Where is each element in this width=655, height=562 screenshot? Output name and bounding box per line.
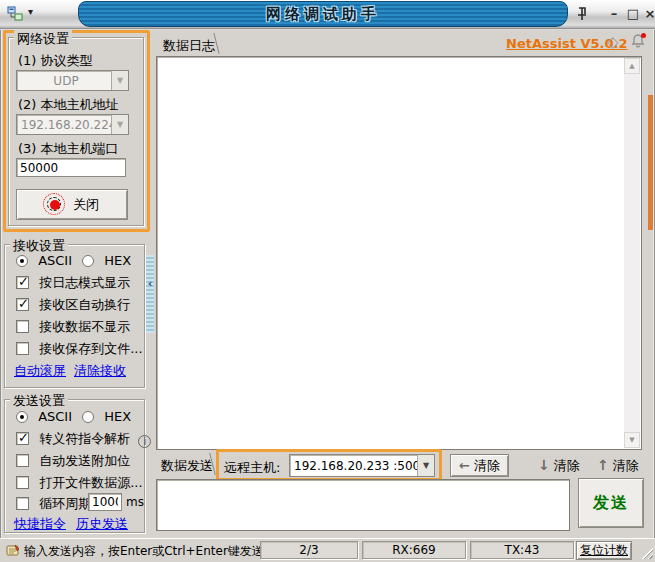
status-message: 输入发送内容，按Enter或Ctrl+Enter键发送 — [24, 543, 264, 560]
send-ascii-radio[interactable]: ASCII — [16, 409, 72, 424]
log-scrollbar[interactable]: ▲ ▼ — [624, 58, 640, 448]
remote-host-select[interactable]: 192.168.20.233 :50000 ▼ — [289, 454, 435, 477]
page-indicator-value: 2/3 — [299, 543, 318, 557]
receive-hex-label: HEX — [104, 253, 131, 268]
host-address-dropdown-icon[interactable]: ▼ — [111, 115, 128, 134]
chevron-left-icon: ‹ — [148, 277, 153, 290]
send-settings-title: 发送设置 — [10, 392, 68, 410]
checkbox-escape-parse[interactable]: 转义符指令解析 i — [16, 430, 151, 448]
host-address-value: 192.168.20.224 — [17, 118, 111, 132]
rx-counter: RX:669 — [362, 541, 466, 559]
data-log-area[interactable]: ▲ ▼ — [156, 56, 642, 450]
reset-count-button[interactable]: 复位计数 — [576, 541, 632, 560]
log-content[interactable] — [159, 59, 622, 447]
resize-grip[interactable] — [640, 546, 653, 559]
info-icon[interactable]: i — [138, 435, 151, 448]
checkbox-icon[interactable] — [16, 454, 29, 467]
checkbox-log-mode[interactable]: 按日志模式显示 — [16, 274, 130, 292]
arrow-down-icon: ↓ — [538, 457, 550, 473]
tab-data-log[interactable]: 数据日志 — [163, 37, 215, 55]
hint-icon — [5, 542, 21, 558]
clear-receive-area-button[interactable]: ↑清除 — [597, 457, 639, 475]
close-button[interactable]: × — [641, 5, 655, 23]
checkbox-auto-wrap[interactable]: 接收区自动换行 — [16, 296, 130, 314]
clear-send-button[interactable]: ← 清除 — [450, 454, 509, 477]
host-address-select[interactable]: 192.168.20.224 ▼ — [16, 114, 129, 135]
clear-receive-link[interactable]: 清除接收 — [74, 362, 126, 380]
send-hex-radio[interactable]: HEX — [82, 409, 131, 424]
checkbox-hide-received[interactable]: 接收数据不显示 — [16, 318, 130, 336]
radio-icon[interactable] — [82, 411, 94, 423]
panel-collapse-handle[interactable]: ‹ — [146, 255, 154, 333]
protocol-dropdown-icon[interactable]: ▼ — [111, 71, 128, 90]
quick-commands-link[interactable]: 快捷指令 — [14, 515, 66, 533]
reset-count-label: 复位计数 — [580, 542, 628, 559]
app-window: ▾ 网络调试助手 – □ × 网络设置 (1) 协议类型 UDP ▼ (2) 本… — [0, 0, 655, 562]
checkbox-icon[interactable] — [16, 497, 29, 510]
protocol-value: UDP — [17, 74, 111, 88]
scroll-up-icon[interactable]: ▲ — [624, 58, 640, 74]
clear-label: 清除 — [613, 458, 639, 473]
receive-ascii-radio[interactable]: ASCII — [16, 253, 72, 268]
host-port-input[interactable] — [16, 158, 126, 177]
cycle-label: 循环周期 — [39, 496, 91, 511]
diamond-icon[interactable]: ◇ — [607, 33, 619, 51]
titlebar-separator — [0, 28, 655, 30]
checkbox-icon[interactable] — [16, 476, 29, 489]
app-menu-arrow-icon[interactable]: ▾ — [28, 6, 33, 17]
checkbox-label: 按日志模式显示 — [39, 275, 130, 290]
send-input[interactable] — [156, 479, 570, 531]
titlebar[interactable]: ▾ 网络调试助手 – □ × — [0, 0, 655, 28]
arrow-up-icon: ↑ — [597, 457, 609, 473]
radio-icon[interactable] — [16, 255, 28, 267]
window-edge-accent — [648, 95, 653, 230]
pin-on-top-icon[interactable] — [572, 5, 590, 23]
send-button-label: 发送 — [593, 493, 629, 514]
send-button[interactable]: 发送 — [578, 478, 644, 528]
send-hex-label: HEX — [104, 409, 131, 424]
remote-host-label: 远程主机: — [224, 459, 280, 477]
app-icon[interactable] — [6, 5, 24, 23]
checkbox-icon[interactable] — [16, 432, 29, 445]
connection-led-icon — [45, 195, 65, 215]
checkbox-icon[interactable] — [16, 320, 29, 333]
checkbox-label: 接收保存到文件... — [39, 341, 142, 356]
checkbox-icon[interactable] — [16, 342, 29, 355]
close-connection-label: 关闭 — [73, 196, 99, 214]
maximize-button[interactable]: □ — [624, 5, 642, 23]
receive-hex-radio[interactable]: HEX — [82, 253, 131, 268]
cycle-period-input[interactable] — [88, 493, 122, 511]
remote-host-dropdown-icon[interactable]: ▼ — [417, 455, 434, 476]
cycle-unit-label: ms — [126, 495, 144, 509]
checkbox-label: 接收区自动换行 — [39, 297, 130, 312]
tab-data-send[interactable]: 数据发送 — [161, 457, 213, 475]
auto-scroll-link[interactable]: 自动滚屏 — [14, 362, 66, 380]
checkbox-file-source[interactable]: 打开文件数据源... — [16, 474, 143, 492]
host-port-label: (3) 本地主机端口 — [18, 140, 119, 158]
checkbox-icon[interactable] — [16, 276, 29, 289]
clear-label: 清除 — [554, 458, 580, 473]
checkbox-label: 打开文件数据源... — [39, 475, 142, 490]
title-plaque: 网络调试助手 — [78, 1, 568, 27]
remote-host-value: 192.168.20.233 :50000 — [290, 459, 417, 473]
checkbox-icon[interactable] — [16, 298, 29, 311]
host-address-label: (2) 本地主机地址 — [18, 96, 119, 114]
checkbox-cycle-period[interactable]: 循环周期 — [16, 495, 91, 513]
checkbox-save-to-file[interactable]: 接收保存到文件... — [16, 340, 143, 358]
protocol-label: (1) 协议类型 — [18, 52, 93, 70]
clear-send-area-button[interactable]: ↓清除 — [538, 457, 580, 475]
tx-counter: TX:43 — [470, 541, 574, 559]
minimize-button[interactable]: – — [605, 5, 623, 23]
bell-notification-icon[interactable] — [630, 33, 646, 49]
checkbox-label: 自动发送附加位 — [39, 453, 130, 468]
close-connection-button[interactable]: 关闭 — [16, 189, 128, 220]
network-settings-title: 网络设置 — [14, 30, 72, 48]
checkbox-auto-append[interactable]: 自动发送附加位 — [16, 452, 130, 470]
scroll-down-icon[interactable]: ▼ — [624, 432, 640, 448]
radio-icon[interactable] — [16, 411, 28, 423]
clear-send-label: 清除 — [474, 457, 500, 475]
checkbox-label: 接收数据不显示 — [39, 319, 130, 334]
radio-icon[interactable] — [82, 255, 94, 267]
history-send-link[interactable]: 历史发送 — [76, 515, 128, 533]
protocol-select[interactable]: UDP ▼ — [16, 70, 129, 91]
